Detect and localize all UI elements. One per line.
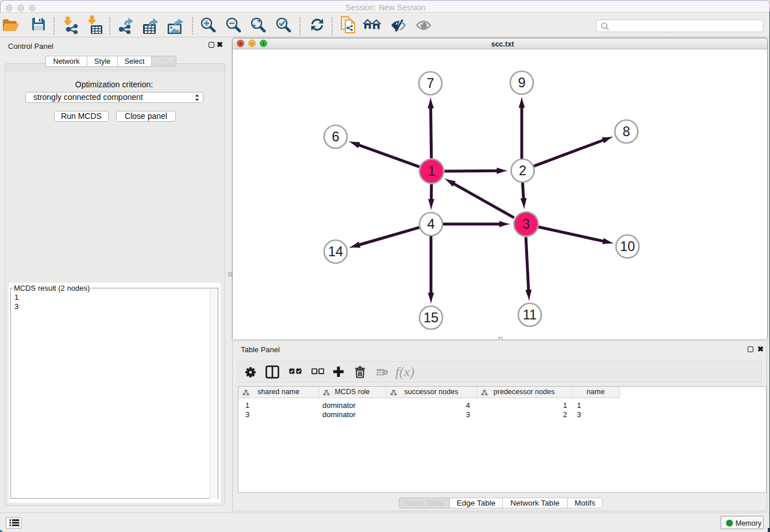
svg-text:8: 8 <box>622 124 630 139</box>
svg-text:6: 6 <box>332 129 339 144</box>
svg-text:15: 15 <box>424 310 438 325</box>
svg-text:7: 7 <box>426 76 434 91</box>
svg-text:14: 14 <box>328 244 343 259</box>
svg-text:4: 4 <box>427 217 434 232</box>
svg-text:9: 9 <box>518 75 525 90</box>
svg-text:2: 2 <box>519 163 526 178</box>
svg-text:10: 10 <box>620 239 635 254</box>
svg-text:11: 11 <box>523 307 537 322</box>
svg-text:1: 1 <box>428 164 435 179</box>
svg-text:3: 3 <box>522 217 530 232</box>
